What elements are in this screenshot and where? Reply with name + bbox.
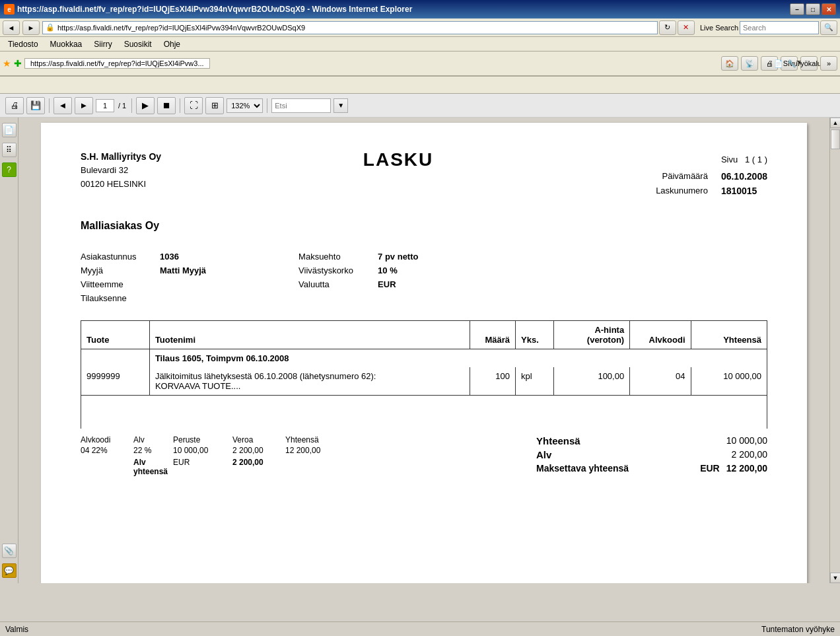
toolbar-separator-3 (180, 98, 180, 113)
order-header-empty (81, 349, 150, 368)
alv-yhteensa-currency: EUR (173, 458, 226, 476)
tools-button[interactable]: 🔧 Työkalut ▼ (800, 56, 818, 71)
zoom-fit-button[interactable]: ⛶ (184, 97, 203, 114)
maximize-button[interactable]: □ (806, 3, 820, 15)
invoice-dates: Päivämäärä 06.10.2008 Laskunumero 181001… (635, 171, 767, 196)
viivastyskorko-label: Viivästyskorko (298, 265, 378, 275)
page-label: Sivu (721, 155, 738, 164)
yhteensa-label: Yhteensä (536, 435, 580, 446)
menu-ohje[interactable]: Ohje (158, 38, 186, 50)
home-button[interactable]: 🏠 (721, 56, 738, 71)
total-alv-row: Alv 2 200,00 (536, 449, 767, 460)
find-button[interactable]: ▼ (333, 98, 348, 113)
close-button[interactable]: ✕ (822, 3, 836, 15)
stop-report-button[interactable]: ⏹ (157, 97, 176, 114)
product-code: 9999999 (81, 367, 150, 396)
menu-tiedosto[interactable]: Tiedosto (3, 38, 44, 50)
info-row-asiakastunnus: Asiakastunnus 1036 (81, 252, 206, 262)
minimize-button[interactable]: – (790, 3, 804, 15)
report-search-input[interactable] (271, 98, 331, 113)
company-address1: Bulevardi 32 (81, 164, 161, 178)
play-button[interactable]: ▶ (136, 97, 155, 114)
back-button[interactable]: ◄ (3, 20, 20, 35)
right-scrollbar[interactable]: ▲ ▼ (829, 118, 840, 583)
status-zone: Tuntematon vyöhyke (761, 625, 835, 634)
page-value: 1 ( 1 ) (745, 155, 767, 164)
alv-total-row: Alv yhteensä EUR 2 200,00 (81, 458, 536, 476)
info-col-left: Asiakastunnus 1036 Myyjä Matti Myyjä Vii… (81, 252, 206, 307)
info-row-maksuehto: Maksuehto 7 pv netto (298, 252, 418, 262)
scroll-down-button[interactable]: ▼ (830, 573, 840, 583)
info-row-viivastyskorko: Viivästyskorko 10 % (298, 265, 418, 275)
search-input[interactable] (740, 21, 819, 34)
product-desc1: Jälkitoimitus lähetyksestä 06.10.2008 (l… (155, 371, 464, 381)
comment-button[interactable]: 💬 (2, 563, 17, 578)
alv-label: Alv (536, 449, 551, 460)
myyja-value: Matti Myyjä (160, 265, 206, 275)
new-document-button[interactable]: 📄 (2, 123, 17, 137)
info-row-myyja: Myyjä Matti Myyjä (81, 265, 206, 275)
scroll-track[interactable] (830, 128, 840, 573)
invoice-header: S.H. Malliyritys Oy Bulevardi 32 00120 H… (81, 149, 767, 200)
toolbar-separator-1 (49, 98, 50, 113)
help-button[interactable]: ? (2, 162, 17, 177)
table-row-order-header: Tilaus 1605, Toimpvm 06.10.2008 (81, 349, 767, 368)
th-yks: Yks. (516, 321, 554, 349)
scroll-thumb[interactable] (831, 129, 840, 149)
tilauksenne-label: Tilauksenne (81, 293, 160, 303)
forward-button[interactable]: ► (22, 20, 40, 35)
date-label: Päivämäärä (635, 171, 708, 182)
asiakastunnus-value: 1036 (160, 252, 179, 262)
pages-button[interactable]: ⠿ (2, 143, 17, 157)
prev-page-button[interactable]: ◄ (53, 97, 72, 114)
toolbar-separator-4 (267, 98, 267, 113)
content-area: S.H. Malliyritys Oy Bulevardi 32 00120 H… (18, 118, 829, 583)
favorites-link[interactable]: https://asp.fivaldi.net/fv_rep/rep?id=lU… (24, 58, 210, 69)
maksettava-label: Maksettava yhteensä (536, 463, 629, 474)
zoom-select[interactable]: 132% 100% 75% 50% (227, 98, 263, 113)
menu-suosikit[interactable]: Suosikit (119, 38, 157, 50)
order-header-text: Tilaus 1605, Toimpvm 06.10.2008 (149, 349, 767, 368)
info-col-right: Maksuehto 7 pv netto Viivästyskorko 10 %… (298, 252, 418, 307)
page-info: Sivu 1 ( 1 ) (635, 155, 767, 164)
refresh-button[interactable]: ↻ (659, 20, 676, 35)
alv-data-veroa: 2 200,00 (232, 446, 279, 455)
info-row-tilauksenne: Tilauksenne (81, 293, 206, 303)
maksettava-currency: EUR (700, 463, 720, 474)
invoice-title: LASKU (363, 149, 433, 170)
alv-data-koodi: 04 22% (81, 446, 127, 455)
favorites-star-icon: ★ (3, 58, 11, 69)
alv-data-alv: 22 % (133, 446, 166, 455)
alv-col-koodi: Alvkoodi (81, 435, 127, 444)
search-button[interactable]: 🔍 (820, 20, 837, 35)
th-maara: Määrä (470, 321, 515, 349)
menu-siirry[interactable]: Siirry (88, 38, 117, 50)
print-report-button[interactable]: 🖨 (5, 97, 24, 114)
invoice-no-label: Laskunumero (635, 186, 708, 196)
th-tuotenimi: Tuotenimi (149, 321, 470, 349)
yhteensa-value: 10 000,00 (726, 435, 767, 446)
table-row-spacer (81, 396, 767, 429)
menu-muokkaa[interactable]: Muokkaa (45, 38, 88, 50)
th-tuote: Tuote (81, 321, 150, 349)
invoice-table: Tuote Tuotenimi Määrä Yks. A-hinta(verot… (81, 320, 767, 429)
alv-col-alv: Alv (133, 435, 166, 444)
save-report-button[interactable]: 💾 (26, 97, 45, 114)
company-name: S.H. Malliyritys Oy (81, 149, 161, 164)
toolbar-separator-2 (131, 98, 132, 113)
attach-button[interactable]: 📎 (2, 544, 17, 558)
next-page-button[interactable]: ► (75, 97, 93, 114)
invoice-no-value: 1810015 (721, 186, 757, 196)
alv-yhteensa-value: 2 200,00 (232, 458, 279, 476)
table-row-product: 9999999 Jälkitoimitus lähetyksestä 06.10… (81, 367, 767, 396)
zoom-actual-button[interactable]: ⊞ (205, 97, 224, 114)
stop-button[interactable]: ✕ (678, 20, 695, 35)
chevron-button[interactable]: » (820, 56, 837, 71)
rss-button[interactable]: 📡 (741, 56, 758, 71)
page-number-input[interactable] (96, 99, 114, 112)
report-toolbar: 🖨 💾 ◄ ► / 1 ▶ ⏹ ⛶ ⊞ 132% 100% 75% 50% ▼ (0, 94, 840, 118)
alv-yhteensa-label: Alv yhteensä (133, 458, 166, 476)
alv-data-peruste: 10 000,00 (173, 446, 226, 455)
scroll-up-button[interactable]: ▲ (830, 118, 840, 128)
url-display: https://asp.fivaldi.net/fv_rep/rep?id=lU… (57, 24, 305, 32)
